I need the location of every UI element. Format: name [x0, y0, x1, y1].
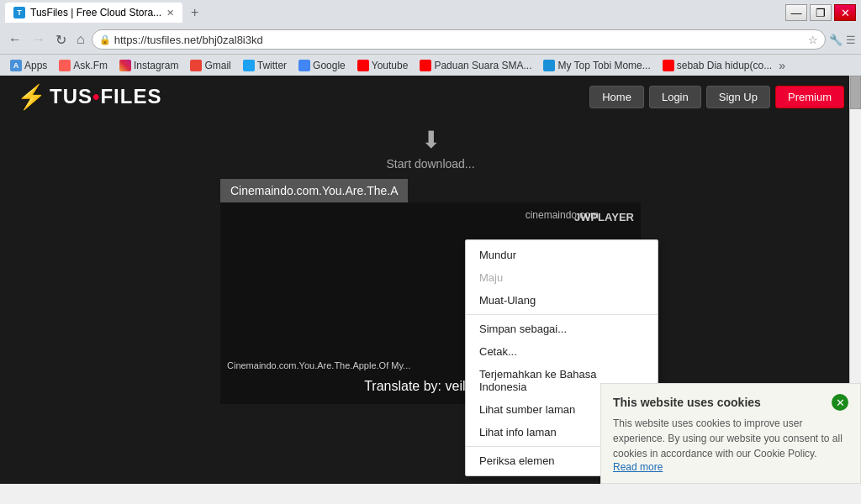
cookie-header: This website uses cookies ✕	[613, 394, 848, 411]
ctx-mundur[interactable]: Mundur	[466, 244, 658, 266]
reload-button[interactable]: ↻	[52, 30, 70, 50]
file-title: Cinemaindo.com.You.Are.The.A	[220, 179, 408, 202]
login-nav-button[interactable]: Login	[649, 86, 701, 108]
bookmark-paduan[interactable]: Paduan Suara SMA...	[415, 58, 536, 73]
new-tab-button[interactable]: +	[188, 5, 202, 20]
extensions-icon[interactable]: 🔧	[829, 34, 843, 46]
home-nav-button[interactable]: Home	[589, 86, 644, 108]
start-download-section: ⬇ Start download...	[220, 118, 641, 179]
apps-icon: A	[10, 60, 22, 71]
home-button[interactable]: ⌂	[73, 30, 88, 49]
bookmarks-bar: A Apps Ask.Fm Instagram Gmail Twitter Go…	[0, 54, 861, 76]
address-bar: ← → ↻ ⌂ 🔒 ☆ 🔧 ☰	[0, 25, 861, 54]
ctx-maju: Maju	[466, 266, 658, 289]
jw-label: JW	[574, 211, 591, 223]
cookie-close-button[interactable]: ✕	[832, 394, 848, 411]
browser-tab[interactable]: T TusFiles | Free Cloud Stora... ✕	[5, 3, 182, 23]
title-bar-left: T TusFiles | Free Cloud Stora... ✕ +	[5, 3, 202, 23]
instagram-icon	[119, 60, 131, 71]
paduan-icon	[420, 60, 431, 71]
menu-icon[interactable]: ☰	[846, 34, 856, 46]
more-bookmarks-icon[interactable]: »	[779, 59, 785, 72]
google-icon	[298, 60, 310, 71]
forward-button[interactable]: →	[29, 30, 49, 49]
read-more-link[interactable]: Read more	[613, 461, 663, 473]
tab-close-button[interactable]: ✕	[166, 8, 174, 18]
bookmark-instagram[interactable]: Instagram	[114, 58, 183, 73]
title-bar: T TusFiles | Free Cloud Stora... ✕ + — ❐…	[0, 0, 861, 25]
youtube-icon	[357, 60, 369, 71]
twitter-icon	[243, 60, 255, 71]
bookmark-sebab[interactable]: sebab Dia hidup(co...	[658, 58, 777, 73]
subtitle-bottom-small: Cinemaindo.com.You.Are.The.Apple.Of My..…	[227, 360, 410, 370]
sebab-icon	[663, 60, 674, 71]
page-content: ⚡ TUS•FILES Home Login Sign Up Premium ⬇…	[0, 76, 861, 484]
back-button[interactable]: ←	[5, 30, 25, 49]
gmail-icon	[190, 60, 202, 71]
bookmark-apps[interactable]: A Apps	[5, 58, 52, 73]
ctx-cetak[interactable]: Cetak...	[466, 340, 658, 363]
logo-icon: ⚡	[17, 83, 46, 111]
bookmark-google[interactable]: Google	[293, 58, 351, 73]
premium-nav-button[interactable]: Premium	[775, 86, 844, 108]
address-input-wrap: 🔒 ☆	[92, 29, 826, 50]
bookmark-star-icon[interactable]: ☆	[808, 34, 818, 46]
tobi-icon	[543, 60, 555, 71]
bookmark-gmail[interactable]: Gmail	[185, 58, 235, 73]
ctx-simpan[interactable]: Simpan sebagai...	[466, 318, 658, 340]
logo-dot: •	[92, 85, 100, 108]
bookmark-youtube[interactable]: Youtube	[352, 58, 414, 73]
browser-chrome: T TusFiles | Free Cloud Stora... ✕ + — ❐…	[0, 0, 861, 76]
bookmark-tobi[interactable]: My Top Tobi Mome...	[538, 58, 655, 73]
download-icon: ⬇	[421, 126, 441, 154]
player-label: PLAYER	[590, 211, 634, 223]
scrollbar-thumb[interactable]	[850, 76, 861, 109]
close-button[interactable]: ✕	[834, 4, 856, 21]
signup-nav-button[interactable]: Sign Up	[706, 86, 770, 108]
site-header: ⚡ TUS•FILES Home Login Sign Up Premium	[0, 76, 861, 118]
ctx-muat-ulang[interactable]: Muat-Ulang	[466, 289, 658, 312]
window-controls: — ❐ ✕	[785, 4, 856, 21]
lock-icon: 🔒	[99, 34, 111, 45]
header-nav: Home Login Sign Up Premium	[589, 86, 844, 108]
site-logo: ⚡ TUS•FILES	[17, 83, 161, 111]
askfm-icon	[59, 60, 71, 71]
logo-text: TUS•FILES	[50, 85, 161, 108]
cookie-notice: This website uses cookies ✕ This website…	[600, 383, 861, 484]
maximize-button[interactable]: ❐	[810, 4, 832, 21]
download-label: Start download...	[386, 157, 474, 171]
cookie-body: This website uses cookies to improve use…	[613, 416, 848, 461]
minimize-button[interactable]: —	[785, 4, 807, 21]
bookmark-askfm[interactable]: Ask.Fm	[54, 58, 113, 73]
address-right-icons: ☆	[808, 34, 818, 46]
jwplayer-logo: JWPLAYER	[574, 211, 634, 223]
context-separator-1	[466, 314, 658, 315]
cookie-title: This website uses cookies	[613, 396, 761, 409]
tab-favicon: T	[13, 7, 25, 18]
download-area: ⬇ Start download... Cinemaindo.com.You.A…	[0, 118, 861, 404]
address-input[interactable]	[114, 34, 805, 46]
tab-title: TusFiles | Free Cloud Stora...	[30, 7, 161, 18]
bookmark-twitter[interactable]: Twitter	[238, 58, 292, 73]
